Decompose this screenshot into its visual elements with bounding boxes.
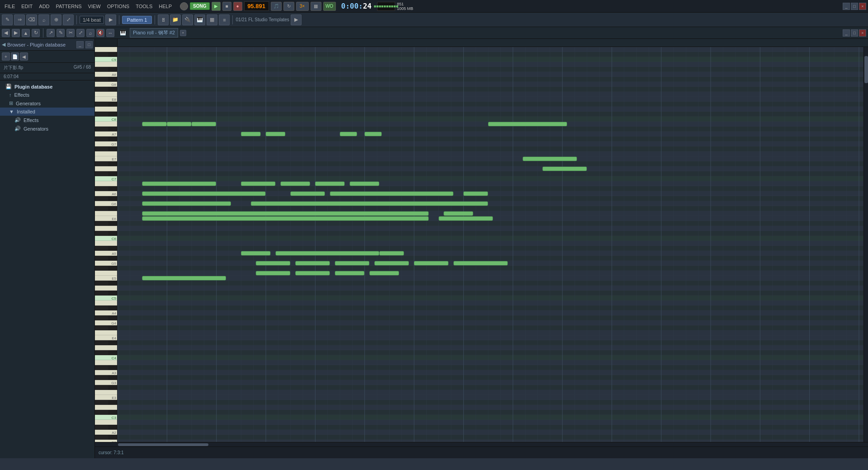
plugin-db-label: Plugin database (14, 84, 52, 89)
piano-roll-close[interactable]: × (180, 30, 186, 36)
pr-deform-tool[interactable]: ⤢ (76, 29, 85, 37)
sidebar-item-generators-top[interactable]: ⊞ Generators (0, 99, 94, 108)
piano-roll-header: ◀ ▶ ▲ ↻ ↗ ✎ ✂ ⤢ ⌕ 🔇 ↔ 🎹 Piano roll - 钢琴 … (0, 27, 868, 39)
piano-icon: 🎹 (120, 30, 126, 36)
draw-tool[interactable]: ✎ (2, 14, 13, 25)
song-mode-btn[interactable]: SONG (190, 2, 209, 10)
multi-btn[interactable]: ▦ (311, 2, 321, 11)
generators-installed-label: Generators (24, 126, 48, 132)
loop-btn[interactable]: ↻ (283, 2, 294, 11)
zoom-tool[interactable]: ⌕ (38, 14, 49, 25)
playlist-btn[interactable]: ≡ (219, 14, 230, 25)
file-info: 片下影.flp G#5 / 68 (0, 63, 94, 73)
window-controls: _ □ × (843, 3, 866, 10)
pattern-btn[interactable]: Pattern 1 (122, 16, 152, 24)
menu-help[interactable]: HELP (156, 2, 175, 10)
pr-zoom-tool[interactable]: ⌕ (86, 29, 94, 37)
browser-maximize-btn[interactable]: □ (85, 41, 93, 48)
pr-mute-tool[interactable]: 🔇 (96, 29, 104, 37)
piano-canvas[interactable] (95, 47, 117, 442)
maximize-btn[interactable]: □ (851, 3, 858, 10)
browser-back-btn[interactable]: ◀ (2, 42, 5, 47)
time-info: 6:07:04 (0, 73, 94, 80)
sidebar-item-effects-installed[interactable]: 🔊 Effects (0, 116, 94, 124)
pr-close-btn[interactable]: × (859, 29, 866, 37)
close-btn[interactable]: × (859, 3, 866, 10)
browser-file-btn[interactable]: 📄 (11, 52, 19, 61)
wo-btn[interactable]: WO (323, 2, 336, 11)
piano-roll-window-controls: _ □ × (843, 29, 866, 37)
mixer-btn[interactable]: 🎚 (158, 14, 169, 25)
menu-view[interactable]: VIEW (85, 2, 104, 10)
pr-maximize-btn[interactable]: □ (851, 29, 858, 37)
nav-refresh-btn[interactable]: ↻ (32, 29, 40, 37)
erase-tool[interactable]: ⌫ (26, 14, 37, 25)
installed-expand-icon: ▼ (9, 109, 14, 114)
sidebar-item-effects-top[interactable]: ↑ Effects (0, 91, 94, 99)
roll-main (95, 47, 868, 442)
metro-btn[interactable]: 🎵 (271, 2, 282, 11)
bpm-display[interactable]: 95.891 (244, 1, 269, 11)
generators-top-label: Generators (16, 101, 41, 106)
pr-draw-tool[interactable]: ✎ (57, 29, 65, 37)
select-tool[interactable]: ⇒ (14, 14, 25, 25)
nav-up-btn[interactable]: ▲ (22, 29, 30, 37)
plugin-btn[interactable]: 🔌 (182, 14, 193, 25)
stop-button[interactable]: ■ (222, 2, 231, 11)
cpu-meter: ■■■■■■■■■■ (377, 2, 395, 11)
speed-btn[interactable]: 3× (296, 2, 309, 11)
menu-patterns[interactable]: PATTERNS (53, 2, 85, 10)
beat-arrow[interactable]: ▶ (105, 14, 116, 25)
stamp-tool[interactable]: ⊕ (51, 14, 61, 25)
effects-installed-label: Effects (24, 118, 38, 123)
templates-display: 01/21 FL Studio Templates (236, 17, 289, 22)
pr-minimize-btn[interactable]: _ (843, 29, 850, 37)
sidebar-item-plugin-database[interactable]: 💾 Plugin database (0, 82, 94, 91)
nav-forward-btn[interactable]: ▶ (12, 29, 20, 37)
menu-file[interactable]: FILE (2, 2, 18, 10)
piano-roll-area: 123456789101112131415 cursor: 7:3:1 (95, 39, 868, 458)
status-bar: cursor: 7:3:1 (95, 446, 868, 458)
folder-icon: 💾 (5, 84, 12, 89)
piano-roll-title: Piano roll - 钢琴 #2 (130, 28, 178, 38)
menu-edit[interactable]: EDIT (19, 2, 35, 10)
browser-arrow-btn[interactable]: ◀ (20, 52, 28, 61)
grid-canvas[interactable] (118, 47, 863, 442)
step-seq-btn[interactable]: ▦ (207, 14, 217, 25)
sidebar-item-generators-installed[interactable]: 🔊 Generators (0, 124, 94, 133)
stats-display: 851 1005 MB (397, 2, 413, 11)
slip-tool[interactable]: ⤢ (63, 14, 74, 25)
installed-label: Installed (17, 109, 35, 114)
toolbar: ✎ ⇒ ⌫ ⌕ ⊕ ⤢ 1/4 beat ▶ Pattern 1 🎚 📁 🔌 🎹… (0, 13, 868, 27)
pr-erase-tool[interactable]: ✂ (66, 29, 75, 37)
menu-bar: FILE EDIT ADD PATTERNS VIEW OPTIONS TOOL… (0, 0, 868, 13)
pr-flip-tool[interactable]: ↔ (106, 29, 114, 37)
pr-select-tool[interactable]: ↗ (47, 29, 55, 37)
nav-back-btn[interactable]: ◀ (2, 29, 10, 37)
browser-add-btn[interactable]: + (2, 52, 10, 61)
menu-add[interactable]: ADD (36, 2, 52, 10)
templates-arrow[interactable]: ▶ (291, 14, 302, 25)
browser-btn[interactable]: 📁 (170, 14, 181, 25)
generators-installed-icon: 🔊 (14, 126, 21, 132)
horizontal-scrollbar[interactable] (95, 442, 868, 446)
browser-toolbar: + 📄 ◀ (0, 51, 94, 63)
play-button[interactable]: ▶ (212, 2, 221, 11)
menu-options[interactable]: OPTIONS (104, 2, 132, 10)
note-grid[interactable] (118, 47, 863, 442)
plugin-db-tree: 💾 Plugin database ↑ Effects ⊞ Generators… (0, 80, 94, 458)
sidebar-item-installed[interactable]: ▼ Installed (0, 108, 94, 116)
menu-tools[interactable]: TOOLS (133, 2, 155, 10)
piano-roll-btn[interactable]: 🎹 (194, 14, 205, 25)
vertical-scrollbar[interactable] (863, 47, 868, 442)
timer-display: 0:00:24 (338, 2, 375, 10)
roll-ruler: 123456789101112131415 (95, 39, 868, 47)
generators-icon: ⊞ (9, 100, 13, 106)
browser-header: ◀ Browser - Plugin database _ □ (0, 39, 94, 51)
effects-top-label: Effects (14, 92, 29, 98)
record-button[interactable]: ● (233, 2, 242, 11)
beat-label[interactable]: 1/4 beat (80, 16, 104, 24)
browser-minimize-btn[interactable]: _ (76, 41, 84, 48)
effects-up-icon: ↑ (9, 92, 12, 98)
minimize-btn[interactable]: _ (843, 3, 850, 10)
